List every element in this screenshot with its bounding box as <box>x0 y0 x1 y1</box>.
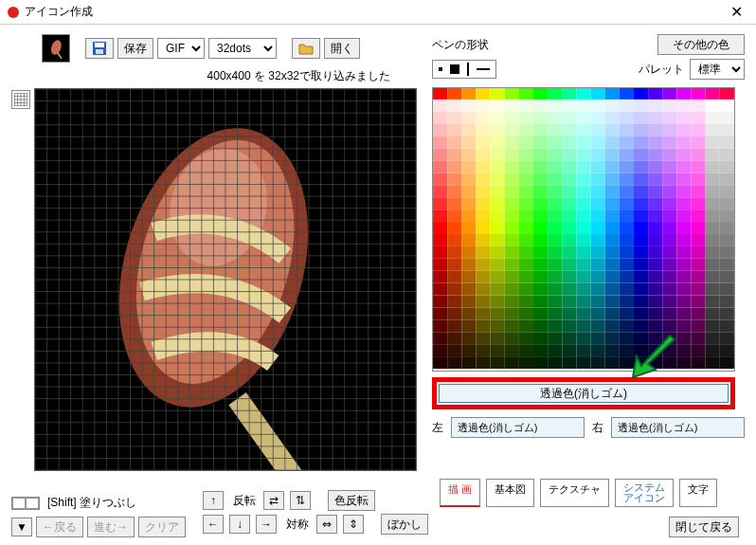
svg-rect-127 <box>620 149 634 161</box>
svg-rect-328 <box>491 271 505 283</box>
svg-rect-325 <box>447 271 461 283</box>
svg-rect-175 <box>706 173 720 185</box>
tab-texture[interactable]: テクスチャ <box>540 479 609 507</box>
pixel-canvas[interactable] <box>34 88 417 471</box>
invert-button[interactable]: 色反転 <box>328 490 375 511</box>
svg-rect-172 <box>662 173 676 185</box>
svg-rect-111 <box>692 136 706 149</box>
back-button[interactable]: ←戻る <box>36 517 83 537</box>
close-icon[interactable]: ✕ <box>725 3 748 21</box>
svg-rect-484 <box>620 356 634 369</box>
svg-rect-10 <box>447 88 461 100</box>
svg-rect-141 <box>519 160 533 173</box>
sym-label: 対称 <box>282 517 309 533</box>
svg-rect-61 <box>576 112 590 124</box>
close-return-button[interactable]: 閉じて戻る <box>669 517 739 537</box>
clear-button[interactable]: クリア <box>138 517 186 537</box>
svg-rect-199 <box>447 197 461 209</box>
svg-rect-240 <box>433 222 447 234</box>
svg-rect-88 <box>662 124 676 136</box>
svg-rect-203 <box>505 197 519 209</box>
sym-h-icon[interactable]: ⇔ <box>316 515 337 534</box>
other-color-button[interactable]: その他の色 <box>657 34 745 55</box>
forward-button[interactable]: 進む→ <box>87 517 135 537</box>
svg-rect-339 <box>648 271 662 283</box>
color-palette[interactable] <box>432 87 735 372</box>
svg-rect-482 <box>591 356 605 369</box>
svg-rect-349 <box>491 283 505 296</box>
svg-rect-326 <box>461 271 476 283</box>
transparent-color-button[interactable]: 透過色(消しゴム) <box>432 377 735 409</box>
grid-toggle-icon[interactable] <box>11 90 30 109</box>
svg-rect-75 <box>476 124 490 136</box>
tab-text[interactable]: 文字 <box>679 479 717 507</box>
svg-line-1 <box>58 53 62 59</box>
dropdown-icon[interactable]: ▼ <box>11 518 32 536</box>
arrow-down-icon[interactable]: ↓ <box>229 515 250 534</box>
svg-rect-93 <box>433 136 447 149</box>
svg-rect-53 <box>461 112 476 124</box>
svg-rect-217 <box>706 197 720 209</box>
pen-vline-icon[interactable] <box>467 63 469 76</box>
size-select[interactable]: 32dots <box>208 38 277 59</box>
svg-rect-150 <box>648 160 662 173</box>
svg-rect-87 <box>648 124 662 136</box>
pen-hline-icon[interactable] <box>477 68 490 70</box>
svg-rect-216 <box>692 197 706 209</box>
sym-v-icon[interactable]: ⇕ <box>343 515 364 534</box>
svg-rect-456 <box>519 344 533 356</box>
svg-rect-60 <box>562 112 576 124</box>
open-folder-icon[interactable] <box>292 38 320 59</box>
palette-select[interactable]: 標準 <box>690 59 745 80</box>
svg-rect-270 <box>562 234 576 246</box>
blur-button[interactable]: ぼかし <box>381 514 428 535</box>
svg-rect-116 <box>461 149 476 161</box>
svg-rect-234 <box>648 209 662 222</box>
tab-draw[interactable]: 描 画 <box>440 479 480 507</box>
svg-rect-57 <box>519 112 533 124</box>
svg-rect-194 <box>676 185 691 197</box>
save-button[interactable]: 保存 <box>117 38 153 59</box>
svg-rect-110 <box>676 136 691 149</box>
tab-basic[interactable]: 基本図 <box>486 479 534 507</box>
flip-h-icon[interactable]: ⇄ <box>263 491 284 510</box>
svg-rect-334 <box>576 271 590 283</box>
svg-rect-47 <box>676 100 691 112</box>
svg-rect-283 <box>447 246 461 259</box>
svg-rect-280 <box>706 234 720 246</box>
format-select[interactable]: GIF <box>157 38 205 59</box>
svg-rect-169 <box>620 173 634 185</box>
pen-square-icon[interactable] <box>450 64 459 74</box>
arrow-right-icon[interactable]: → <box>256 515 277 534</box>
arrow-up-icon[interactable]: ↑ <box>203 491 224 510</box>
arrow-left-icon[interactable]: ← <box>203 515 224 534</box>
svg-rect-413 <box>505 319 519 332</box>
svg-rect-487 <box>662 356 676 369</box>
svg-rect-62 <box>591 112 605 124</box>
right-label: 右 <box>592 420 603 436</box>
save-icon[interactable] <box>85 38 114 59</box>
svg-rect-18 <box>562 88 576 100</box>
svg-rect-148 <box>620 160 634 173</box>
tab-system[interactable]: システム アイコン <box>615 479 674 507</box>
svg-rect-294 <box>605 246 620 259</box>
svg-rect-417 <box>562 319 576 332</box>
svg-rect-250 <box>576 222 590 234</box>
svg-rect-434 <box>505 332 519 344</box>
svg-rect-38 <box>548 100 562 112</box>
svg-rect-195 <box>692 185 706 197</box>
svg-rect-344 <box>720 271 734 283</box>
svg-rect-256 <box>662 222 676 234</box>
left-color-field[interactable]: 透過色(消しゴム) <box>451 417 585 438</box>
svg-rect-455 <box>505 344 519 356</box>
right-color-field[interactable]: 透過色(消しゴム) <box>611 417 745 438</box>
pen-dot-icon[interactable] <box>439 67 442 71</box>
svg-rect-385 <box>706 296 720 308</box>
svg-rect-467 <box>676 344 691 356</box>
flip-v-icon[interactable]: ⇅ <box>290 491 311 510</box>
open-button[interactable]: 開く <box>324 38 360 59</box>
svg-rect-244 <box>491 222 505 234</box>
svg-rect-202 <box>491 197 505 209</box>
svg-rect-275 <box>634 234 648 246</box>
svg-rect-137 <box>461 160 476 173</box>
